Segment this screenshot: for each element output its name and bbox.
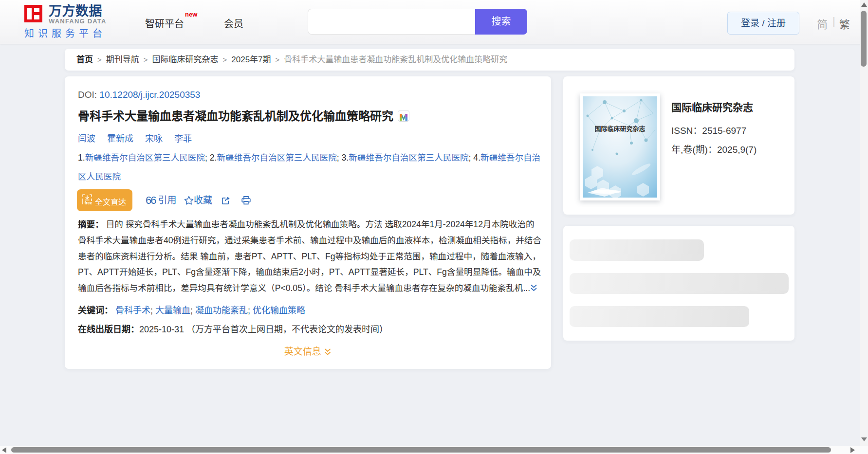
svg-text:free: free	[85, 200, 92, 205]
